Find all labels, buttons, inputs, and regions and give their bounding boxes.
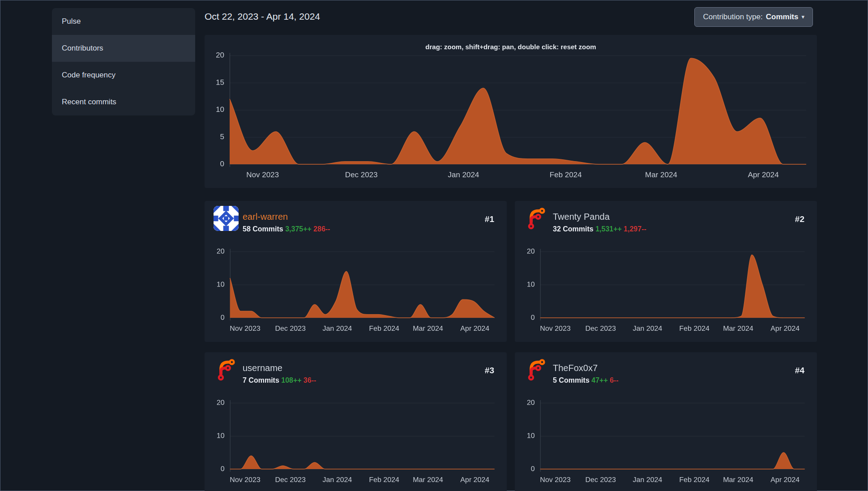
contributor-card: TheFox0x7 5 Commits 47++ 6-- #4 (515, 352, 817, 491)
contribution-type-label: Contribution type: (703, 13, 762, 21)
forgejo-logo-avatar (524, 357, 549, 382)
contributor-name[interactable]: TheFox0x7 (553, 363, 598, 373)
activity-sidebar: Pulse Contributors Code frequency Recent… (52, 8, 195, 115)
contributor-card: Twenty Panda 32 Commits 1,531++ 1,297-- … (515, 201, 817, 342)
sidebar-item-code-frequency[interactable]: Code frequency (52, 62, 195, 89)
contributor-chart-1[interactable] (515, 201, 817, 342)
rank-badge: #4 (795, 366, 804, 376)
contributors-page: Pulse Contributors Code frequency Recent… (0, 0, 868, 491)
avatar[interactable] (214, 357, 239, 382)
contributor-stats: 5 Commits 47++ 6-- (553, 376, 619, 384)
sidebar-item-contributors[interactable]: Contributors (52, 35, 195, 62)
contributor-card: username 7 Commits 108++ 36-- #3 (205, 352, 507, 491)
deletions-count: 36-- (304, 376, 316, 384)
chart-zoom-hint: drag: zoom, shift+drag: pan, double clic… (205, 43, 817, 51)
contributor-stats: 7 Commits 108++ 36-- (243, 376, 316, 384)
rank-badge: #3 (485, 366, 494, 376)
rank-badge: #1 (485, 214, 494, 224)
contributor-card: earl-warren 58 Commits 3,375++ 286-- #1 (205, 201, 507, 342)
additions-count: 3,375++ (285, 225, 312, 233)
commit-count: 5 Commits (553, 376, 590, 384)
sidebar-item-recent-commits[interactable]: Recent commits (52, 89, 195, 115)
contributor-stats: 58 Commits 3,375++ 286-- (243, 225, 330, 233)
forgejo-logo-avatar (214, 357, 239, 382)
commit-count: 32 Commits (553, 225, 594, 233)
overall-contributions-card: drag: zoom, shift+drag: pan, double clic… (205, 35, 817, 188)
additions-count: 47++ (591, 376, 607, 384)
sidebar-item-pulse[interactable]: Pulse (52, 8, 195, 35)
forgejo-logo-avatar (524, 206, 549, 231)
contributor-stats: 32 Commits 1,531++ 1,297-- (553, 225, 646, 233)
deletions-count: 286-- (313, 225, 330, 233)
deletions-count: 1,297-- (624, 225, 646, 233)
additions-count: 108++ (281, 376, 301, 384)
deletions-count: 6-- (610, 376, 619, 384)
identicon-avatar (214, 206, 239, 231)
rank-badge: #2 (795, 214, 804, 224)
contributor-chart-0[interactable] (205, 201, 507, 342)
contributor-name[interactable]: username (243, 363, 282, 373)
avatar[interactable] (524, 206, 549, 231)
avatar[interactable] (524, 357, 549, 382)
commit-count: 7 Commits (243, 376, 279, 384)
commit-count: 58 Commits (243, 225, 283, 233)
contributor-name[interactable]: earl-warren (243, 212, 288, 222)
contributor-name[interactable]: Twenty Panda (553, 212, 610, 222)
main-contributions-chart[interactable] (205, 35, 817, 188)
chevron-down-icon: ▾ (801, 13, 804, 20)
avatar[interactable] (214, 206, 239, 231)
contribution-type-dropdown[interactable]: Contribution type: Commits ▾ (694, 7, 813, 27)
additions-count: 1,531++ (595, 225, 622, 233)
contribution-type-value: Commits (766, 13, 799, 21)
date-range-heading: Oct 22, 2023 - Apr 14, 2024 (205, 11, 320, 22)
